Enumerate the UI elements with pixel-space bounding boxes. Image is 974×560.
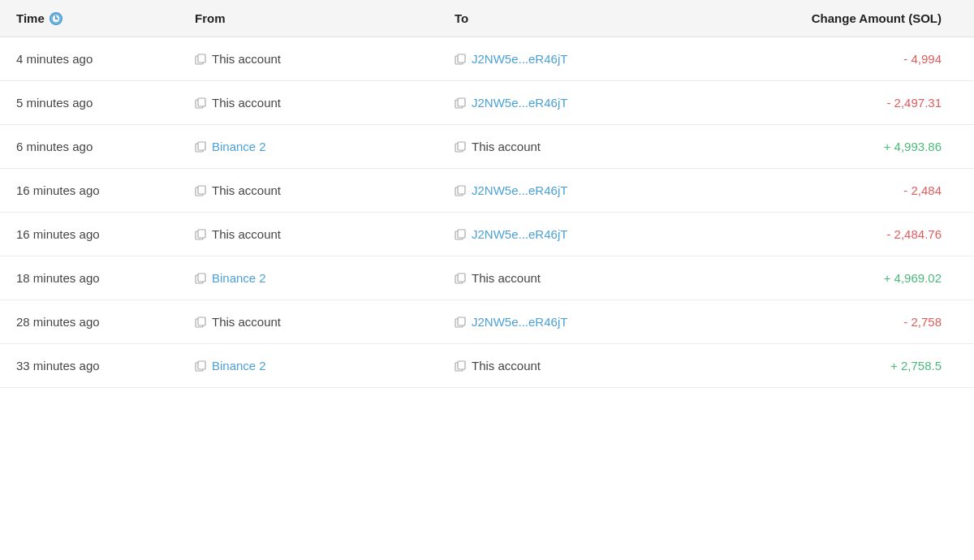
cell-to: J2NW5e...eR46jT xyxy=(455,183,714,197)
header-from: From xyxy=(195,11,455,25)
cell-amount: + 4,969.02 xyxy=(714,271,958,285)
cell-to: This account xyxy=(455,359,714,373)
svg-rect-10 xyxy=(458,98,465,106)
cell-from: This account xyxy=(195,96,455,110)
cell-time: 16 minutes ago xyxy=(16,227,195,241)
cell-from: This account xyxy=(195,183,455,197)
cell-from: This account xyxy=(195,315,455,329)
cell-to: J2NW5e...eR46jT xyxy=(455,227,714,241)
table-header: Time From To Change Amount (SOL) xyxy=(0,0,974,37)
to-link[interactable]: J2NW5e...eR46jT xyxy=(472,52,567,66)
copy-icon xyxy=(195,54,206,65)
table-row: 28 minutes ago This account J2NW5e...eR4… xyxy=(0,300,974,344)
from-link[interactable]: Binance 2 xyxy=(212,271,266,285)
cell-from: This account xyxy=(195,227,455,241)
svg-rect-4 xyxy=(198,54,205,62)
cell-amount: - 2,484.76 xyxy=(714,227,958,241)
cell-time: 16 minutes ago xyxy=(16,183,195,197)
copy-icon xyxy=(195,185,206,196)
copy-icon xyxy=(455,317,466,328)
from-account: This account xyxy=(212,183,281,197)
svg-rect-8 xyxy=(198,98,205,106)
cell-to: This account xyxy=(455,271,714,285)
cell-amount: + 4,993.86 xyxy=(714,140,958,153)
to-account: This account xyxy=(472,271,541,285)
header-amount: Change Amount (SOL) xyxy=(714,11,958,25)
svg-rect-24 xyxy=(198,274,205,282)
copy-icon xyxy=(195,273,206,284)
copy-icon xyxy=(195,141,206,153)
svg-rect-30 xyxy=(458,317,465,325)
to-link[interactable]: J2NW5e...eR46jT xyxy=(472,96,567,110)
cell-amount: - 2,758 xyxy=(714,315,958,329)
copy-icon xyxy=(455,141,466,153)
svg-rect-34 xyxy=(458,361,465,369)
to-link[interactable]: J2NW5e...eR46jT xyxy=(472,315,567,329)
svg-rect-14 xyxy=(458,142,465,150)
cell-amount: + 2,758.5 xyxy=(714,359,958,373)
cell-time: 5 minutes ago xyxy=(16,96,195,110)
table-body: 4 minutes ago This account J2NW5e...eR46… xyxy=(0,37,974,388)
copy-icon xyxy=(455,97,466,109)
from-account: This account xyxy=(212,96,281,110)
from-account: This account xyxy=(212,52,281,66)
from-account: This account xyxy=(212,227,281,241)
cell-from: Binance 2 xyxy=(195,271,455,285)
table-row: 4 minutes ago This account J2NW5e...eR46… xyxy=(0,37,974,81)
from-link[interactable]: Binance 2 xyxy=(212,140,266,153)
cell-time: 33 minutes ago xyxy=(16,359,195,373)
copy-icon xyxy=(455,273,466,284)
cell-amount: - 2,484 xyxy=(714,183,958,197)
time-icon xyxy=(50,12,62,25)
cell-to: J2NW5e...eR46jT xyxy=(455,96,714,110)
svg-rect-6 xyxy=(458,54,465,62)
table-row: 16 minutes ago This account J2NW5e...eR4… xyxy=(0,213,974,256)
to-account: This account xyxy=(472,359,541,373)
svg-rect-26 xyxy=(458,274,465,282)
table-row: 33 minutes ago Binance 2 This account + … xyxy=(0,344,974,388)
copy-icon xyxy=(455,185,466,196)
to-link[interactable]: J2NW5e...eR46jT xyxy=(472,183,567,197)
cell-time: 6 minutes ago xyxy=(16,140,195,153)
header-to: To xyxy=(455,11,714,25)
cell-from: Binance 2 xyxy=(195,140,455,153)
copy-icon xyxy=(195,360,206,372)
cell-to: This account xyxy=(455,140,714,153)
copy-icon xyxy=(195,229,206,240)
cell-time: 18 minutes ago xyxy=(16,271,195,285)
cell-amount: - 4,994 xyxy=(714,52,958,66)
from-link[interactable]: Binance 2 xyxy=(212,359,266,373)
svg-rect-32 xyxy=(198,361,205,369)
header-time: Time xyxy=(16,11,195,25)
svg-rect-20 xyxy=(198,230,205,238)
copy-icon xyxy=(195,317,206,328)
svg-rect-16 xyxy=(198,186,205,194)
table-row: 18 minutes ago Binance 2 This account + … xyxy=(0,256,974,300)
cell-amount: - 2,497.31 xyxy=(714,96,958,110)
cell-time: 28 minutes ago xyxy=(16,315,195,329)
cell-to: J2NW5e...eR46jT xyxy=(455,52,714,66)
svg-point-0 xyxy=(52,14,60,22)
cell-to: J2NW5e...eR46jT xyxy=(455,315,714,329)
copy-icon xyxy=(455,54,466,65)
header-time-label: Time xyxy=(16,11,45,25)
table-row: 5 minutes ago This account J2NW5e...eR46… xyxy=(0,81,974,125)
cell-from: This account xyxy=(195,52,455,66)
table-row: 16 minutes ago This account J2NW5e...eR4… xyxy=(0,169,974,213)
copy-icon xyxy=(455,360,466,372)
svg-rect-18 xyxy=(458,186,465,194)
table-row: 6 minutes ago Binance 2 This account + 4… xyxy=(0,125,974,169)
from-account: This account xyxy=(212,315,281,329)
transaction-table: Time From To Change Amount (SOL) 4 minut… xyxy=(0,0,974,560)
cell-from: Binance 2 xyxy=(195,359,455,373)
copy-icon xyxy=(455,229,466,240)
svg-rect-22 xyxy=(458,230,465,238)
svg-rect-12 xyxy=(198,142,205,150)
to-link[interactable]: J2NW5e...eR46jT xyxy=(472,227,567,241)
to-account: This account xyxy=(472,140,541,153)
cell-time: 4 minutes ago xyxy=(16,52,195,66)
copy-icon xyxy=(195,97,206,109)
svg-rect-28 xyxy=(198,317,205,325)
